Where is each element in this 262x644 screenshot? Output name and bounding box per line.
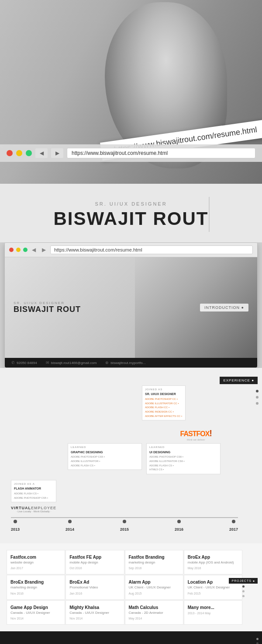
project-fastfox-branding[interactable]: Fastfox Branding marketing design Sep 20… <box>125 550 183 574</box>
b-close-dot[interactable] <box>9 248 14 252</box>
project-broex-app[interactable]: BroEx App mobile App (IOS and Android) M… <box>184 550 242 574</box>
bc-name: BISWAJIT ROUT <box>14 305 81 314</box>
b-forward-button[interactable]: ▶ <box>40 247 48 253</box>
proj-name: Fastfox FE App <box>69 555 120 560</box>
year-label-2014: 2014 <box>66 527 74 532</box>
hero-section: SR. UI/UX DESIGNER BISWAJIT ROUT <box>0 184 262 242</box>
globe-icon: ⊕ <box>105 360 109 365</box>
fastfox-tagline: think we deliver <box>180 438 212 441</box>
proj-name: Math Calculus <box>129 605 179 610</box>
proj-date: Jan 2016 <box>69 592 120 595</box>
project-broex-branding[interactable]: BroEx Branding marketing design Nov 2016 <box>7 575 65 599</box>
project-broex-ad[interactable]: BroEx Ad Promotional Video Jan 2016 <box>66 575 124 599</box>
year-dot-2015 <box>123 520 126 523</box>
year-2015: 2015 <box>120 520 129 532</box>
year-label-2016: 2016 <box>175 527 183 532</box>
projects-badge-label: PROJECTS ● <box>229 578 258 584</box>
browser-chrome-bar: ◀ ▶ https://www.biswajitrout.com/resume.… <box>5 243 257 257</box>
proj-date: Sep 2016 <box>129 567 179 570</box>
proj-type: mobile App (IOS and Android) <box>188 560 238 565</box>
proj-dot-1 <box>242 585 245 588</box>
proj-name: Game App Design <box>10 605 61 610</box>
b-url-bar[interactable]: https://www.biswajitrout.com/resume.html <box>50 245 253 254</box>
browser-back-button[interactable]: ◀ <box>35 148 48 158</box>
intro-button[interactable]: INTRODUCTION ● <box>200 304 248 312</box>
b-maximize-dot[interactable] <box>23 248 28 252</box>
ve-logo: VIRTUALEMPLOYEE <box>11 506 56 510</box>
fastfox-logo: FASTFOX! think we deliver <box>180 428 212 441</box>
fastfox-card-box: Joined as SR. UI/UX DESIGNER ADOBE PHOTO… <box>142 385 186 420</box>
ve-tagline: · Live Locally · Work Globally · <box>11 510 56 513</box>
graphic-design-card: Learned GRAPHIC DESIGNING ADOBE PHOTOSHO… <box>68 443 142 478</box>
footer-logo: ʙ ʀ <box>7 640 255 644</box>
year-2016: 2016 <box>175 520 183 532</box>
ve-card-box: Joined as a FLASH ANIMATOR ADOBE FLASH C… <box>11 480 56 502</box>
year-label-2013: 2013 <box>11 527 20 532</box>
footer-logo-svg: ʙ ʀ <box>120 640 142 644</box>
project-mighty-khalsa[interactable]: Mighty Khalsa Canada - UI/UX Designer No… <box>66 600 124 625</box>
proj-date: Nov 2016 <box>10 592 61 595</box>
proj-date: Oct 2016 <box>69 567 120 570</box>
graphic-design-box: Learned GRAPHIC DESIGNING ADOBE PHOTOSHO… <box>68 443 142 470</box>
phone-icon: ✆ <box>11 360 15 365</box>
email-icon: ✉ <box>46 360 49 365</box>
browser-forward-button[interactable]: ▶ <box>51 148 63 158</box>
proj-date: Aug 2015 <box>129 592 179 595</box>
window-close-dot[interactable] <box>7 150 13 156</box>
year-dot-2016 <box>177 520 181 523</box>
proj-date: Nov 2014 <box>10 617 61 620</box>
exp-dot-3 <box>256 402 259 405</box>
ve-card: Joined as a FLASH ANIMATOR ADOBE FLASH C… <box>11 480 56 513</box>
window-minimize-dot[interactable] <box>16 150 22 156</box>
project-math-calculus[interactable]: Math Calculus Canada - 2D Animator May 2… <box>125 600 183 625</box>
project-fastfox-fe-app[interactable]: Fastfox FE App mobile App design Oct 201… <box>66 550 124 574</box>
ui-design-box: Learned UI DESIGNING ADOBE PHOTOSHOP CS6… <box>146 443 221 474</box>
project-fastfox-com[interactable]: Fastfox.com website design Jan 2017 <box>7 550 65 574</box>
proj-type: Canada - UI/UX Designer <box>69 611 120 615</box>
proj-type: website design <box>10 560 61 565</box>
hero-title: BISWAJIT ROUT <box>13 208 249 229</box>
proj-name: BroEx App <box>188 555 238 560</box>
projects-grid: Fastfox.com website design Jan 2017 Fast… <box>7 550 242 625</box>
year-label-2017: 2017 <box>229 527 238 532</box>
exp-dot-1 <box>256 390 259 392</box>
proj-name: Alarm App <box>129 580 179 584</box>
top-url-input[interactable]: https://www.biswajitrout.com/resume.html <box>67 148 255 158</box>
year-label-2015: 2015 <box>120 527 129 532</box>
proj-type: Canada - UI/UX Designer <box>10 611 61 615</box>
bf-email: ✉ biswajit.rout1466@gmail.com <box>46 360 97 365</box>
svg-text:ʙ: ʙ <box>122 641 129 644</box>
proj-name: Many more... <box>188 605 238 610</box>
timeline-area: Joined as SR. UI/UX DESIGNER ADOBE PHOTO… <box>7 377 255 537</box>
fastfox-card: Joined as SR. UI/UX DESIGNER ADOBE PHOTO… <box>142 385 186 424</box>
timeline-line-row: 2013 2014 2015 2016 2017 <box>11 517 238 532</box>
year-2014: 2014 <box>66 520 74 532</box>
proj-dot-3 <box>242 595 245 597</box>
footer-dot-nav <box>256 638 259 644</box>
proj-date: May 2014 <box>129 617 179 620</box>
window-maximize-dot[interactable] <box>26 150 32 156</box>
spacer-left <box>11 443 68 478</box>
browser-content-text: SR. UI/UX DESIGNER BISWAJIT ROUT <box>14 301 81 314</box>
proj-type: mobile App design <box>69 560 120 565</box>
year-dot-2014 <box>68 520 72 523</box>
project-game-app[interactable]: Game App Design Canada - UI/UX Designer … <box>7 600 65 625</box>
middle-cards-row: Learned GRAPHIC DESIGNING ADOBE PHOTOSHO… <box>11 443 238 478</box>
ve-card-row: Joined as a FLASH ANIMATOR ADOBE FLASH C… <box>11 480 238 513</box>
b-minimize-dot[interactable] <box>16 248 21 252</box>
proj-name: Fastfox.com <box>10 555 61 560</box>
second-browser: ◀ ▶ https://www.biswajitrout.com/resume.… <box>4 242 258 368</box>
f-dot-1 <box>256 638 259 640</box>
b-back-button[interactable]: ◀ <box>30 247 38 253</box>
projects-badge: PROJECTS ● <box>229 578 258 597</box>
proj-name: BroEx Ad <box>69 580 120 584</box>
project-many-more[interactable]: Many more... 2013 - 2014 May <box>184 600 242 625</box>
year-2017: 2017 <box>229 520 238 532</box>
proj-type: marketing design <box>10 585 61 590</box>
experience-section: EXPERIENCE ● Joined as SR. UI/UX DESIGNE… <box>0 368 262 543</box>
project-alarm-app[interactable]: Alarm App UK Client - UI/UX Designer Aug… <box>125 575 183 599</box>
proj-name: BroEx Branding <box>10 580 61 584</box>
proj-name: Fastfox Branding <box>129 555 179 560</box>
proj-date: 2013 - 2014 May <box>188 612 238 615</box>
proj-type: Promotional Video <box>69 585 120 590</box>
